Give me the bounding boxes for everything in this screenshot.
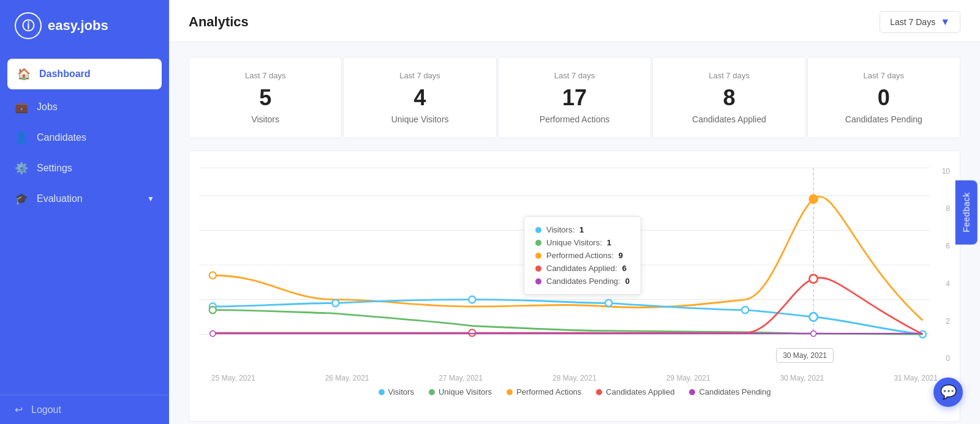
sidebar-item-label: Dashboard [39,69,91,80]
sidebar-item-jobs[interactable]: 💼 Jobs [0,92,169,122]
svg-point-12 [605,300,612,307]
stat-value: 8 [665,85,793,111]
legend-item-visitors: Visitors [379,387,414,396]
legend-item-candidates-applied: Candidates Applied [596,387,674,396]
svg-point-11 [469,296,475,303]
x-label: 30 May, 2021 [780,374,824,382]
svg-point-18 [809,275,817,283]
stat-card-visitors: Last 7 days 5 Visitors [189,57,342,138]
stats-row: Last 7 days 5 Visitors Last 7 days 4 Uni… [169,42,980,138]
sidebar-item-label: Jobs [37,102,58,113]
candidates-icon: 👤 [15,131,28,144]
x-label: 31 May, 2021 [894,374,938,382]
chart-legend: Visitors Unique Visitors Performed Actio… [199,387,950,396]
stat-period: Last 7 days [511,71,638,80]
stat-period: Last 7 days [820,71,948,80]
stat-label: Performed Actions [511,114,638,124]
logout-label: Logout [31,404,61,415]
stat-card-candidates-applied: Last 7 days 8 Candidates Applied [652,57,805,138]
y-axis-labels: 0 2 4 6 8 10 [933,161,950,369]
logo-text: easy.jobs [48,18,108,34]
svg-point-14 [809,313,817,321]
legend-dot [507,389,513,395]
chevron-down-icon: ▼ [940,17,950,28]
sidebar-item-label: Evaluation [37,193,83,204]
y-label: 2 [933,317,950,325]
jobs-icon: 💼 [15,100,28,114]
x-label: 27 May, 2021 [439,374,483,382]
stat-card-candidates-pending: Last 7 days 0 Candidates Pending [807,57,960,138]
svg-point-13 [742,307,748,313]
stat-label: Candidates Pending [820,114,948,124]
stat-label: Visitors [202,114,329,124]
stat-value: 17 [511,85,638,111]
page-header: Analytics Last 7 Days ▼ [169,0,980,42]
svg-point-8 [809,195,817,204]
legend-label: Candidates Applied [606,387,674,396]
legend-dot [596,389,602,395]
x-label: 26 May, 2021 [325,374,369,382]
svg-point-20 [811,331,816,337]
stat-label: Candidates Applied [665,114,793,124]
stat-value: 5 [202,85,329,111]
date-filter-label: Last 7 Days [890,17,935,27]
legend-item-candidates-pending: Candidates Pending [689,387,771,396]
chart-wrapper: 0 2 4 6 8 10 Visitors: 1 Unique Visitors… [199,161,950,369]
y-label: 10 [933,167,950,176]
svg-point-10 [332,300,339,307]
main-content: Analytics Last 7 Days ▼ Last 7 days 5 Vi… [169,0,980,424]
sidebar-nav: 🏠 Dashboard 💼 Jobs 👤 Candidates ⚙️ Setti… [0,51,169,395]
sidebar-logo: ⓘ easy.jobs [0,0,169,51]
x-label: 28 May, 2021 [552,374,597,382]
sidebar-item-label: Settings [37,163,72,174]
legend-label: Visitors [388,387,414,396]
x-label: 29 May, 2021 [666,374,710,382]
page-title: Analytics [189,14,249,30]
y-label: 8 [933,204,950,213]
legend-dot [379,389,385,395]
logout-icon: ↩ [15,404,23,415]
sidebar-item-label: Candidates [37,132,86,143]
svg-point-7 [209,272,216,278]
stat-period: Last 7 days [665,71,793,80]
legend-item-unique-visitors: Unique Visitors [429,387,492,396]
stat-period: Last 7 days [202,71,329,80]
legend-label: Candidates Pending [699,387,771,396]
svg-point-16 [209,307,216,313]
legend-label: Performed Actions [516,387,581,396]
logout-item[interactable]: ↩ Logout [0,395,169,424]
stat-card-performed-actions: Last 7 days 17 Performed Actions [498,57,651,138]
feedback-button[interactable]: Feedback [955,180,977,244]
sidebar-item-dashboard[interactable]: 🏠 Dashboard [7,59,162,89]
legend-label: Unique Visitors [439,387,492,396]
y-label: 4 [933,280,950,288]
legend-dot [689,389,695,395]
stat-card-unique-visitors: Last 7 days 4 Unique Visitors [343,57,496,138]
stat-label: Unique Visitors [356,114,483,124]
svg-point-19 [210,331,216,337]
legend-dot [429,389,435,395]
chart-container: 0 2 4 6 8 10 Visitors: 1 Unique Visitors… [189,151,960,422]
evaluation-icon: 🎓 [15,192,28,206]
settings-icon: ⚙️ [15,162,28,175]
chevron-down-icon: ▼ [147,195,154,203]
stat-value: 0 [820,85,948,111]
y-label: 6 [933,242,950,250]
sidebar-item-candidates[interactable]: 👤 Candidates [0,122,169,153]
chat-button[interactable]: 💬 [933,378,963,407]
x-axis-labels: 25 May, 2021 26 May, 2021 27 May, 2021 2… [199,369,950,382]
chat-icon: 💬 [940,384,957,400]
x-label: 25 May, 2021 [211,374,255,382]
sidebar-item-evaluation[interactable]: 🎓 Evaluation ▼ [0,184,169,214]
y-label: 0 [933,354,950,363]
legend-item-performed-actions: Performed Actions [507,387,581,396]
svg-point-17 [469,329,475,336]
analytics-chart [199,161,950,369]
home-icon: 🏠 [17,67,31,81]
stat-period: Last 7 days [356,71,483,80]
sidebar: ⓘ easy.jobs 🏠 Dashboard 💼 Jobs 👤 Candida… [0,0,169,424]
date-filter-dropdown[interactable]: Last 7 Days ▼ [880,11,960,33]
sidebar-item-settings[interactable]: ⚙️ Settings [0,153,169,184]
stat-value: 4 [356,85,483,111]
logo-icon: ⓘ [15,12,42,39]
